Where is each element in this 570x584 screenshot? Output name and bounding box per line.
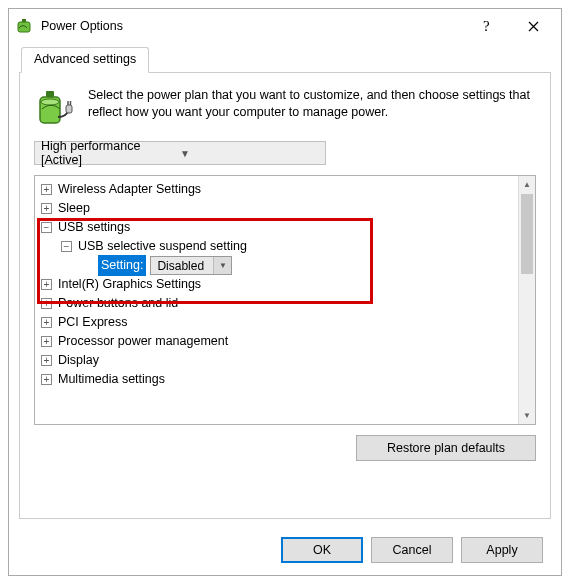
- svg-rect-6: [66, 105, 72, 113]
- tab-advanced-settings[interactable]: Advanced settings: [21, 47, 149, 73]
- power-plan-selected-label: High performance [Active]: [41, 139, 180, 167]
- titlebar: Power Options ?: [9, 9, 561, 43]
- tree-node[interactable]: +PCI Express: [37, 313, 533, 332]
- tree-node[interactable]: +Multimedia settings: [37, 370, 533, 389]
- tree-node[interactable]: +Sleep: [37, 199, 533, 218]
- tree-node[interactable]: −USB selective suspend setting: [37, 237, 533, 256]
- tree-node-label: USB settings: [58, 218, 130, 237]
- tree-node[interactable]: +Processor power management: [37, 332, 533, 351]
- expand-icon[interactable]: +: [41, 317, 52, 328]
- tree-container: +Wireless Adapter Settings+Sleep−USB set…: [34, 175, 536, 425]
- expand-icon[interactable]: +: [41, 279, 52, 290]
- tab-strip: Advanced settings: [19, 47, 551, 73]
- setting-label: Setting:: [98, 255, 146, 276]
- svg-point-5: [41, 99, 59, 105]
- intro-text: Select the power plan that you want to c…: [88, 87, 536, 129]
- tree-node-label: Wireless Adapter Settings: [58, 180, 201, 199]
- tab-panel: Select the power plan that you want to c…: [19, 73, 551, 519]
- expand-icon[interactable]: +: [41, 203, 52, 214]
- ok-button[interactable]: OK: [281, 537, 363, 563]
- collapse-icon[interactable]: −: [41, 222, 52, 233]
- expand-icon[interactable]: +: [41, 298, 52, 309]
- expand-icon[interactable]: +: [41, 355, 52, 366]
- svg-text:?: ?: [483, 18, 490, 34]
- power-options-icon: [15, 16, 35, 36]
- scroll-down-button[interactable]: ▼: [519, 407, 535, 424]
- tree-setting-row[interactable]: Setting:Disabled▼: [37, 256, 533, 275]
- expand-icon[interactable]: +: [41, 336, 52, 347]
- svg-rect-1: [22, 19, 26, 22]
- close-button[interactable]: [511, 11, 555, 41]
- tree-node[interactable]: +Wireless Adapter Settings: [37, 180, 533, 199]
- tree-node[interactable]: +Power buttons and lid: [37, 294, 533, 313]
- scroll-up-button[interactable]: ▲: [519, 176, 535, 193]
- tree-node-label: USB selective suspend setting: [78, 237, 247, 256]
- setting-value-dropdown[interactable]: Disabled▼: [150, 256, 232, 275]
- tree-node-label: Display: [58, 351, 99, 370]
- tree-node-label: Intel(R) Graphics Settings: [58, 275, 201, 294]
- tree-node[interactable]: +Display: [37, 351, 533, 370]
- power-plan-select[interactable]: High performance [Active] ▼: [34, 141, 326, 165]
- expand-icon[interactable]: +: [41, 184, 52, 195]
- tree-node-label: Multimedia settings: [58, 370, 165, 389]
- chevron-down-icon[interactable]: ▼: [213, 257, 231, 274]
- svg-rect-4: [46, 91, 54, 97]
- apply-button[interactable]: Apply: [461, 537, 543, 563]
- restore-defaults-button[interactable]: Restore plan defaults: [356, 435, 536, 461]
- help-button[interactable]: ?: [467, 11, 511, 41]
- scroll-thumb[interactable]: [521, 194, 533, 274]
- scrollbar-vertical[interactable]: ▲ ▼: [518, 176, 535, 424]
- intro-row: Select the power plan that you want to c…: [34, 87, 536, 129]
- tree-node-label: Power buttons and lid: [58, 294, 178, 313]
- expand-icon[interactable]: +: [41, 374, 52, 385]
- settings-tree[interactable]: +Wireless Adapter Settings+Sleep−USB set…: [35, 176, 535, 393]
- dialog-window: Power Options ? Advanced settings: [8, 8, 562, 576]
- tree-node[interactable]: −USB settings: [37, 218, 533, 237]
- collapse-icon[interactable]: −: [61, 241, 72, 252]
- window-title: Power Options: [41, 19, 467, 33]
- cancel-button[interactable]: Cancel: [371, 537, 453, 563]
- tree-node-label: Processor power management: [58, 332, 228, 351]
- battery-plug-icon: [34, 87, 76, 129]
- spacer: [81, 260, 92, 271]
- dialog-buttons: OK Cancel Apply: [9, 529, 561, 575]
- tree-node[interactable]: +Intel(R) Graphics Settings: [37, 275, 533, 294]
- chevron-down-icon: ▼: [180, 148, 319, 159]
- restore-row: Restore plan defaults: [34, 435, 536, 461]
- tree-node-label: PCI Express: [58, 313, 127, 332]
- setting-value: Disabled: [157, 257, 213, 275]
- tree-node-label: Sleep: [58, 199, 90, 218]
